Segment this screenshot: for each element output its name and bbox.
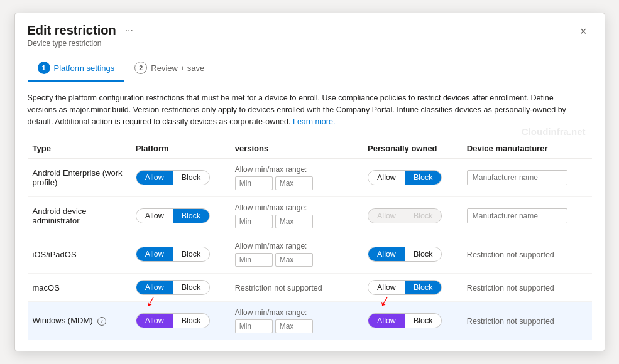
restrictions-table: Type Platform versions Personally owned …	[28, 140, 592, 340]
col-header-personally-owned: Personally owned	[363, 140, 462, 159]
personally-allow-btn-1: Allow	[368, 209, 405, 223]
type-cell-4: Windows (MDM) i	[28, 302, 131, 340]
platform-toggle-2: Allow Block	[136, 247, 210, 262]
modal-subtitle: Device type restriction	[28, 39, 137, 48]
personally-block-btn-2[interactable]: Block	[405, 247, 442, 261]
tab-review-label: Review + save	[151, 63, 204, 73]
info-icon[interactable]: i	[97, 317, 106, 326]
restriction-not-supported-versions: Restriction not supported	[235, 284, 322, 292]
step-circle-2: 2	[134, 62, 147, 74]
platform-cell-1: Allow Block	[131, 197, 230, 235]
platform-toggle-4: Allow Block	[136, 313, 210, 328]
platform-cell-4: Allow Block	[131, 302, 230, 340]
platform-block-btn-3[interactable]: Block	[173, 281, 210, 294]
modal-content: Specify the platform configuration restr…	[15, 82, 605, 350]
platform-allow-btn-2[interactable]: Allow	[136, 247, 173, 261]
type-label: macOS	[33, 283, 60, 292]
col-header-versions: versions	[230, 140, 363, 159]
manufacturer-cell-2: Restriction not supported	[462, 235, 592, 274]
personally-toggle-3: Allow Block	[368, 280, 442, 295]
version-inputs-4	[235, 319, 358, 333]
tab-review-save[interactable]: 2 Review + save	[124, 55, 214, 82]
type-cell-0: Android Enterprise (work profile)	[28, 159, 131, 197]
version-min-input-2[interactable]	[235, 253, 273, 267]
col-header-platform: Platform	[131, 140, 230, 159]
type-cell-1: Android device administrator	[28, 197, 131, 235]
version-max-input-2[interactable]	[275, 253, 313, 267]
versions-cell-4: Allow min/max range:	[230, 302, 363, 340]
personally-toggle-0: Allow Block	[368, 170, 442, 185]
table-row: Windows (MDM) i Allow Block Allow min/ma…	[28, 302, 592, 340]
table-header-row: Type Platform versions Personally owned …	[28, 140, 592, 159]
tab-platform-label: Platform settings	[54, 63, 115, 73]
platform-toggle-0: Allow Block	[136, 170, 210, 185]
description-text: Specify the platform configuration restr…	[28, 92, 568, 127]
platform-block-btn-1[interactable]: Block	[173, 209, 210, 223]
tabs-bar: 1 Platform settings 2 Review + save	[15, 55, 605, 82]
personally-block-btn-1: Block	[405, 209, 442, 223]
type-label: Windows (MDM)	[33, 316, 93, 325]
personally-block-btn-3[interactable]: Block	[405, 281, 442, 294]
restriction-not-supported-manufacturer-4: Restriction not supported	[467, 317, 554, 326]
watermark: Cloudinfra.net	[522, 126, 586, 137]
table-row: Android Enterprise (work profile) Allow …	[28, 159, 592, 197]
version-inputs-0	[235, 176, 358, 190]
step-circle-1: 1	[38, 62, 50, 74]
version-max-input-0[interactable]	[275, 176, 313, 190]
modal-title-area: Edit restriction ··· Device type restric…	[28, 23, 137, 48]
close-button[interactable]: ×	[575, 23, 592, 40]
versions-cell-3: Restriction not supported	[230, 274, 363, 302]
platform-block-btn-0[interactable]: Block	[173, 171, 210, 185]
personally-cell-4: Allow Block	[363, 302, 462, 340]
platform-allow-btn-0[interactable]: Allow	[136, 171, 173, 185]
platform-toggle-3: Allow Block	[136, 280, 210, 295]
personally-block-btn-0[interactable]: Block	[405, 171, 442, 185]
personally-allow-btn-0[interactable]: Allow	[368, 171, 405, 185]
manufacturer-input-1[interactable]	[467, 208, 567, 223]
manufacturer-cell-1	[462, 197, 592, 235]
col-header-type: Type	[28, 140, 131, 159]
manufacturer-input-0[interactable]	[467, 170, 567, 185]
ellipsis-button[interactable]: ···	[121, 24, 137, 38]
platform-allow-btn-4[interactable]: Allow	[136, 314, 173, 328]
modal-title-row: Edit restriction ···	[28, 23, 137, 38]
versions-cell-1: Allow min/max range:	[230, 197, 363, 235]
version-min-input-1[interactable]	[235, 215, 273, 228]
version-label-1: Allow min/max range:	[235, 203, 358, 212]
manufacturer-cell-4: Restriction not supported	[462, 302, 592, 340]
personally-cell-2: Allow Block	[363, 235, 462, 274]
learn-more-link[interactable]: Learn more.	[293, 117, 335, 126]
restriction-not-supported-manufacturer-2: Restriction not supported	[467, 250, 554, 259]
version-min-input-4[interactable]	[235, 319, 273, 333]
version-label-0: Allow min/max range:	[235, 165, 358, 174]
platform-allow-btn-1[interactable]: Allow	[136, 209, 173, 223]
platform-block-btn-2[interactable]: Block	[173, 247, 210, 261]
personally-cell-1: Allow Block	[363, 197, 462, 235]
tab-platform-settings[interactable]: 1 Platform settings	[28, 55, 125, 82]
manufacturer-cell-0	[462, 159, 592, 197]
version-max-input-1[interactable]	[275, 215, 313, 228]
personally-toggle-1: Allow Block	[368, 208, 442, 223]
personally-block-btn-4[interactable]: Block	[405, 314, 442, 328]
personally-allow-btn-4[interactable]: Allow	[368, 314, 405, 328]
version-inputs-2	[235, 253, 358, 267]
personally-toggle-4: Allow Block	[368, 313, 442, 328]
type-label: Android Enterprise (work profile)	[33, 168, 123, 187]
platform-cell-3: Allow Block	[131, 274, 230, 302]
version-label-2: Allow min/max range:	[235, 242, 358, 250]
modal-title: Edit restriction	[28, 23, 116, 38]
version-min-input-0[interactable]	[235, 176, 273, 190]
type-label: iOS/iPadOS	[33, 250, 77, 259]
platform-block-btn-4[interactable]: Block	[173, 314, 210, 328]
platform-allow-btn-3[interactable]: Allow	[136, 281, 173, 294]
platform-toggle-1: Allow Block	[136, 208, 210, 223]
version-label-4: Allow min/max range:	[235, 308, 358, 317]
version-inputs-1	[235, 215, 358, 228]
table-row: iOS/iPadOS Allow Block Allow min/max ran…	[28, 235, 592, 274]
type-label: Android device administrator	[33, 206, 87, 225]
version-max-input-4[interactable]	[275, 319, 313, 333]
type-cell-3: macOS	[28, 274, 131, 302]
table-row: Android device administrator Allow Block…	[28, 197, 592, 235]
personally-allow-btn-2[interactable]: Allow	[368, 247, 405, 261]
personally-allow-btn-3[interactable]: Allow	[368, 281, 405, 294]
